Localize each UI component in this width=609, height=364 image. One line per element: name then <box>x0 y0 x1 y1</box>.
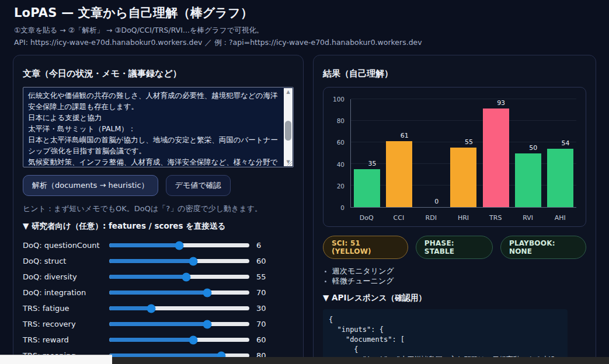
range-slider[interactable] <box>109 322 249 326</box>
status-badge-1: SCI: 51 (YELLOW) <box>323 236 408 259</box>
chart-x-axis: DoQCCIRDIHRITRSRVIAHI <box>350 214 576 222</box>
range-slider[interactable] <box>109 306 249 310</box>
slider-fill <box>109 338 193 342</box>
document-textarea[interactable]: 伝統文化や価値観の共存の難しさ、人材育成の必要性、越境犯罪などの海洋安全保障上の… <box>23 87 294 167</box>
scrollbar-thumb[interactable] <box>285 121 291 141</box>
x-tick-label: CCI <box>382 214 415 222</box>
slider-thumb[interactable] <box>175 241 184 250</box>
slider-value: 60 <box>256 335 266 344</box>
slider-label: DoQ: struct <box>23 257 109 265</box>
y-tick-label: 100 <box>333 96 344 103</box>
slider-fill <box>109 322 207 326</box>
bar-value-label: 54 <box>561 139 569 147</box>
slider-label: DoQ: integration <box>23 288 109 297</box>
y-tick-label: 40 <box>337 161 344 168</box>
chart-bar-slot: 35 <box>351 99 383 207</box>
page-subtitle: ①文章を貼る → ②「解析」 → ③DoQ/CCI/TRS/RVI...を棒グラ… <box>14 26 609 36</box>
slider-row-4: TRS: fatigue30 <box>23 300 294 316</box>
chart-bar-slot: 93 <box>480 99 512 207</box>
range-slider[interactable] <box>109 275 249 279</box>
range-slider[interactable] <box>109 338 249 342</box>
x-tick-label: TRS <box>479 214 511 222</box>
advanced-toggle[interactable]: ▼ 研究者向け（任意）: features / scores を直接送る <box>23 221 294 232</box>
slider-thumb[interactable] <box>189 257 198 265</box>
chart-bar-slot: 50 <box>512 99 544 207</box>
range-slider[interactable] <box>109 243 249 247</box>
slider-label: TRS: recovery <box>23 320 109 328</box>
slider-row-3: DoQ: integration70 <box>23 285 294 300</box>
bar-ahi <box>547 149 573 207</box>
slider-fill <box>109 290 207 295</box>
slider-value: 60 <box>256 257 266 265</box>
slider-label: DoQ: questionCount <box>23 241 109 250</box>
page-title: LoPAS — 文章から自己理解（棒グラフ） <box>14 5 609 21</box>
chart-bars: 3561055935054 <box>351 99 576 207</box>
bar-value-label: 35 <box>368 160 377 167</box>
bar-value-label: 61 <box>401 132 409 139</box>
input-panel-heading: 文章（今日の状況・メモ・議事録など） <box>23 68 294 79</box>
slider-fill <box>109 306 151 310</box>
slider-value: 30 <box>256 304 266 313</box>
chart-bar-slot: 55 <box>447 99 479 207</box>
range-slider[interactable] <box>109 290 249 295</box>
slider-list: DoQ: questionCount6DoQ: struct60DoQ: div… <box>23 237 294 363</box>
status-badge-3: PLAYBOOK: NONE <box>500 236 586 259</box>
recommended-actions-list: 週次モニタリング軽微チューニング <box>323 266 586 286</box>
slider-value: 70 <box>256 288 266 297</box>
slider-label: DoQ: diversity <box>23 272 109 281</box>
result-panel: 結果（自己理解） 020406080100 3561055935054 DoQC… <box>313 55 596 364</box>
bar-hri <box>450 148 476 207</box>
bar-cci <box>386 141 412 207</box>
slider-fill <box>109 243 179 247</box>
slider-row-5: TRS: recovery70 <box>23 316 294 332</box>
action-item: 週次モニタリング <box>332 266 586 276</box>
slider-thumb[interactable] <box>203 288 212 297</box>
slider-row-0: DoQ: questionCount6 <box>23 237 294 253</box>
api-response-json: { "inputs": { "documents": [ { "text": "… <box>323 309 568 364</box>
slider-value: 70 <box>256 320 266 328</box>
x-tick-label: RDI <box>415 214 447 222</box>
main-columns: 文章（今日の状況・メモ・議事録など） 伝統文化や価値観の共存の難しさ、人材育成の… <box>0 48 609 364</box>
chart-bar-slot: 54 <box>544 99 576 207</box>
hint-text: ヒント：まず短いメモでもOK。DoQは「?」の密度で少し動きます。 <box>23 204 294 214</box>
slider-label: TRS: fatigue <box>23 304 109 313</box>
result-panel-heading: 結果（自己理解） <box>323 68 586 79</box>
api-response-toggle[interactable]: ▼ APIレスポンス（確認用） <box>323 293 586 303</box>
x-tick-label: AHI <box>544 214 576 222</box>
textarea-wrapper: 伝統文化や価値観の共存の難しさ、人材育成の必要性、越境犯罪などの海洋安全保障上の… <box>23 87 294 167</box>
x-tick-label: DoQ <box>350 214 382 222</box>
app-screen: LoPAS — 文章から自己理解（棒グラフ） ①文章を貼る → ②「解析」 → … <box>0 0 609 364</box>
y-tick-label: 0 <box>340 204 344 211</box>
y-tick-label: 80 <box>337 117 344 124</box>
y-tick-label: 20 <box>337 183 344 190</box>
chart-bar-slot: 61 <box>383 99 415 207</box>
bar-value-label: 50 <box>529 144 537 152</box>
demo-values-button[interactable]: デモ値で確認 <box>166 175 231 196</box>
slider-thumb[interactable] <box>147 304 156 313</box>
status-badge-2: PHASE: STABLE <box>416 236 493 259</box>
bar-value-label: 93 <box>497 99 505 107</box>
slider-thumb[interactable] <box>203 320 212 328</box>
range-slider[interactable] <box>109 259 249 263</box>
slider-fill <box>109 275 186 279</box>
slider-fill <box>109 259 193 263</box>
slider-value: 6 <box>256 241 261 250</box>
analyze-button[interactable]: 解析（documents → heuristic） <box>23 175 158 196</box>
bar-doq <box>354 169 380 207</box>
status-badges: SCI: 51 (YELLOW)PHASE: STABLEPLAYBOOK: N… <box>323 236 586 259</box>
slider-thumb[interactable] <box>189 335 198 344</box>
slider-value: 55 <box>256 272 266 281</box>
bar-value-label: 0 <box>434 198 439 205</box>
slider-row-1: DoQ: struct60 <box>23 253 294 269</box>
scroll-up-icon[interactable]: ▲ <box>286 88 290 96</box>
slider-row-6: TRS: reward60 <box>23 332 294 348</box>
slider-thumb[interactable] <box>182 272 191 281</box>
chart-y-axis: 020406080100 <box>327 99 347 208</box>
bar-trs <box>483 108 509 207</box>
input-panel: 文章（今日の状況・メモ・議事録など） 伝統文化や価値観の共存の難しさ、人材育成の… <box>13 55 304 364</box>
action-item: 軽微チューニング <box>332 276 586 286</box>
bar-rvi <box>515 153 541 208</box>
textarea-scrollbar[interactable]: ▲ ▼ <box>284 88 293 166</box>
action-button-row: 解析（documents → heuristic） デモ値で確認 <box>23 175 294 196</box>
bar-value-label: 55 <box>465 138 473 146</box>
